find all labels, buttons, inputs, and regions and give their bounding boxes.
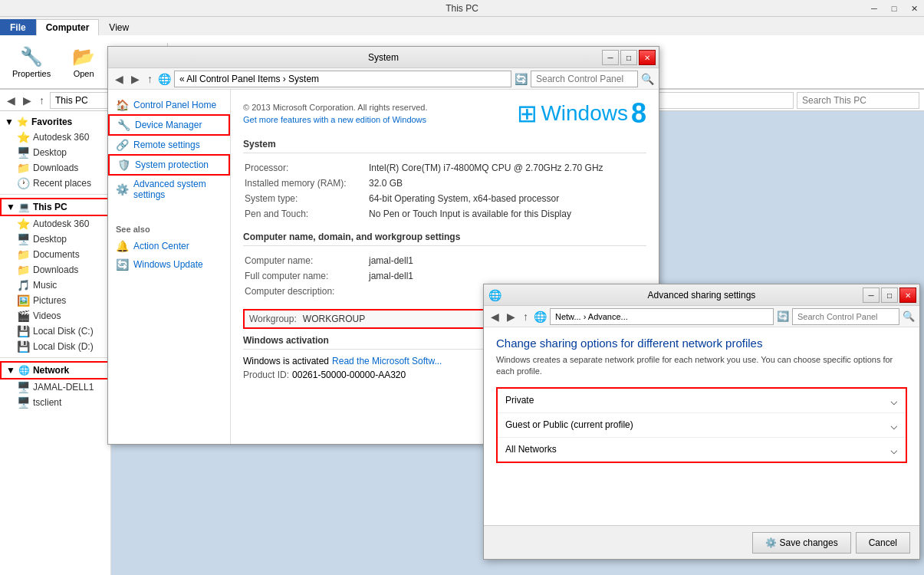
ribbon-properties-btn[interactable]: 🔧 Properties (6, 43, 57, 81)
search-input[interactable] (797, 92, 919, 109)
profile-private[interactable]: Private ⌵ (498, 389, 906, 413)
sidebar-item-music[interactable]: 🎵 Music (12, 278, 110, 293)
save-changes-btn[interactable]: ⚙️ Save changes (752, 532, 851, 554)
local-d-icon: 💾 (17, 340, 30, 353)
system-minimize-btn[interactable]: ─ (602, 50, 619, 65)
system-protection-icon: 🛡️ (117, 159, 130, 171)
sys-up-btn[interactable]: ↑ (145, 73, 155, 85)
sys-address-path[interactable]: « All Control Panel Items › System (174, 71, 511, 87)
win8-header: © 2013 Microsoft Corporation. All rights… (243, 97, 646, 130)
adv-forward-btn[interactable]: ▶ (505, 310, 518, 323)
sidebar-item-desktop[interactable]: 🖥️ Desktop (12, 232, 110, 247)
adv-back-btn[interactable]: ◀ (488, 310, 501, 323)
product-id-value: 00261-50000-00000-AA320 (292, 370, 406, 380)
explorer-close-btn[interactable]: ✕ (904, 0, 924, 17)
sidebar-item-autodesk360[interactable]: ⭐ Autodesk 360 (12, 216, 110, 232)
favorites-header[interactable]: ▼ ⭐ Favorites (0, 114, 110, 130)
profile-guest-label: Guest or Public (current profile) (505, 419, 633, 430)
nav-remote-settings[interactable]: 🔗 Remote settings (108, 136, 230, 154)
activation-text: Windows is activated (243, 356, 329, 366)
system-close-btn[interactable]: ✕ (639, 50, 656, 65)
system-maximize-btn[interactable]: □ (620, 50, 637, 65)
nav-control-panel-home[interactable]: 🏠 Control Panel Home (108, 96, 230, 114)
system-info-table: Processor: Intel(R) Core(TM) i7-4800MQ C… (243, 159, 646, 222)
nav-system-protection[interactable]: 🛡️ System protection (108, 154, 230, 176)
sys-search-icon[interactable]: 🔍 (641, 73, 654, 85)
sidebar-tsclient-label: tsclient (33, 397, 61, 408)
network-icon: 🌐 (18, 365, 30, 376)
nav-advanced-settings[interactable]: ⚙️ Advanced system settings (108, 176, 230, 203)
adv-footer: ⚙️ Save changes Cancel (484, 525, 919, 559)
workgroup-label: Workgroup: (249, 314, 297, 324)
sidebar-item-tsclient[interactable]: 🖥️ tsclient (12, 395, 110, 410)
full-name-label: Full computer name: (245, 269, 367, 283)
adv-title-text: Advanced sharing settings (648, 290, 756, 301)
cancel-btn[interactable]: Cancel (856, 532, 910, 554)
sidebar-item-documents[interactable]: 📁 Documents (12, 247, 110, 262)
win8-branding: ⊞ Windows 8 (517, 97, 646, 130)
sidebar-item-recent-fav[interactable]: 🕐 Recent places (12, 176, 110, 191)
tab-file[interactable]: File (0, 19, 36, 35)
sidebar-music-label: Music (33, 280, 57, 291)
address-path-text: This PC (55, 95, 88, 106)
network-expand-icon: ▼ (6, 365, 15, 376)
profile-all-networks[interactable]: All Networks ⌵ (498, 438, 906, 462)
adv-minimize-btn[interactable]: ─ (863, 288, 880, 303)
adv-search-input[interactable] (792, 308, 899, 325)
nav-device-manager[interactable]: 🔧 Device Manager (108, 114, 230, 136)
nav-remote-settings-label: Remote settings (133, 140, 200, 150)
system-address-bar: ◀ ▶ ↑ 🌐 « All Control Panel Items › Syst… (108, 68, 659, 90)
nav-system-protection-label: System protection (135, 159, 209, 170)
up-btn[interactable]: ↑ (37, 94, 47, 107)
system-titlebar: System ─ □ ✕ (108, 47, 659, 68)
sys-search-input[interactable] (531, 71, 638, 87)
sidebar-item-desktop-fav[interactable]: 🖥️ Desktop (12, 145, 110, 160)
sidebar-item-autodesk360-fav[interactable]: ⭐ Autodesk 360 (12, 130, 110, 145)
sys-refresh-icon[interactable]: 🔄 (515, 73, 528, 85)
sidebar-item-pictures[interactable]: 🖼️ Pictures (12, 293, 110, 308)
network-header[interactable]: ▼ 🌐 Network (0, 361, 110, 380)
documents-icon: 📁 (17, 248, 30, 261)
ribbon-open-btn[interactable]: 📂 Open (66, 43, 101, 81)
explorer-minimize-btn[interactable]: ─ (864, 0, 884, 17)
tab-computer[interactable]: Computer (36, 19, 100, 35)
autodesk-icon-fav: ⭐ (17, 131, 30, 143)
explorer-maximize-btn[interactable]: □ (884, 0, 904, 17)
adv-search-icon[interactable]: 🔍 (903, 310, 915, 322)
profile-all-chevron: ⌵ (890, 442, 898, 457)
sys-forward-btn[interactable]: ▶ (129, 73, 142, 85)
back-btn[interactable]: ◀ (5, 94, 18, 107)
nav-action-center[interactable]: 🔔 Action Center (108, 237, 230, 255)
adv-maximize-btn[interactable]: □ (881, 288, 898, 303)
full-name-value: jamal-dell1 (369, 269, 645, 283)
get-more-link[interactable]: Get more features with a new edition of … (243, 115, 426, 124)
this-pc-header[interactable]: ▼ 💻 This PC (0, 198, 110, 216)
ribbon-tabs: File Computer View (0, 17, 924, 35)
tab-view[interactable]: View (99, 19, 139, 35)
activation-link[interactable]: Read the Microsoft Softw... (332, 356, 442, 366)
sidebar-item-downloads-fav[interactable]: 📁 Downloads (12, 160, 110, 176)
sidebar-item-jamal-dell[interactable]: 🖥️ JAMAL-DELL1 (12, 380, 110, 395)
nav-windows-update[interactable]: 🔄 Windows Update (108, 255, 230, 274)
open-icon: 📂 (72, 46, 95, 67)
pen-value: No Pen or Touch Input is available for t… (369, 207, 645, 221)
music-icon: 🎵 (17, 279, 30, 291)
adv-up-btn[interactable]: ↑ (521, 310, 531, 323)
adv-address-path[interactable]: Netw... › Advance... (550, 308, 774, 325)
adv-home-icon: 🌐 (534, 310, 547, 323)
sidebar-item-local-c[interactable]: 💾 Local Disk (C:) (12, 324, 110, 339)
pen-label: Pen and Touch: (245, 207, 367, 221)
favorites-icon: ⭐ (17, 117, 28, 127)
system-nav: 🏠 Control Panel Home 🔧 Device Manager 🔗 … (108, 90, 231, 444)
local-c-icon: 💾 (17, 325, 30, 337)
win8-copy-text: © 2013 Microsoft Corporation. All rights… (243, 102, 427, 113)
adv-close-btn[interactable]: ✕ (899, 288, 916, 303)
sidebar-item-downloads[interactable]: 📁 Downloads (12, 262, 110, 278)
sidebar-item-videos[interactable]: 🎬 Videos (12, 308, 110, 324)
adv-refresh-icon[interactable]: 🔄 (777, 310, 789, 322)
sidebar-item-local-d[interactable]: 💾 Local Disk (D:) (12, 339, 110, 354)
profile-guest-public[interactable]: Guest or Public (current profile) ⌵ (498, 413, 906, 438)
forward-btn[interactable]: ▶ (21, 94, 34, 107)
favorites-items: ⭐ Autodesk 360 🖥️ Desktop 📁 Downloads 🕐 … (0, 130, 110, 191)
sys-back-btn[interactable]: ◀ (113, 73, 126, 85)
